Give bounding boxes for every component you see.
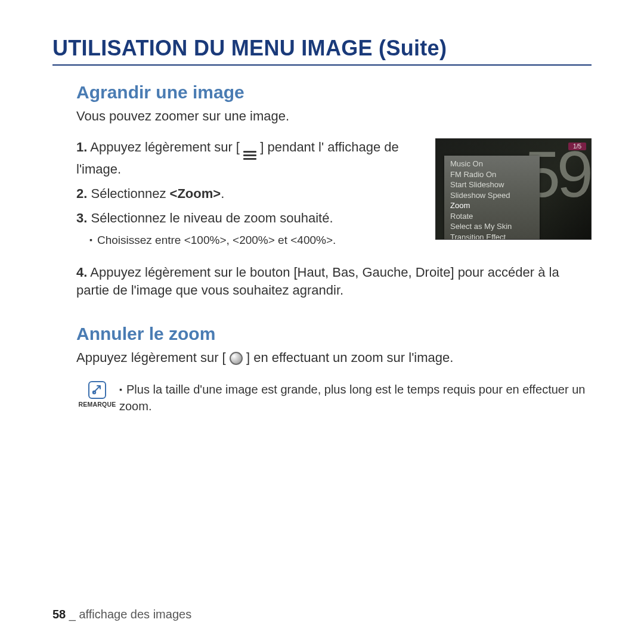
note-badge: REMARQUE bbox=[76, 381, 118, 408]
step-2-text-a: Sélectionnez bbox=[91, 186, 169, 201]
step-3: 3. Sélectionnez le niveau de zoom souhai… bbox=[76, 209, 425, 227]
page-footer: 58 _ affichage des images bbox=[52, 608, 191, 621]
step-2: 2. Sélectionnez <Zoom>. bbox=[76, 185, 425, 202]
step-1: 1. Appuyez légèrement sur [ ] pendant l'… bbox=[76, 138, 425, 178]
steps-list: 1. Appuyez légèrement sur [ ] pendant l'… bbox=[76, 138, 425, 253]
device-menu-item: FM Radio On bbox=[450, 169, 534, 180]
section-heading-cancel: Annuler le zoom bbox=[76, 324, 592, 344]
section-intro: Vous pouvez zoomer sur une image. bbox=[76, 109, 592, 124]
device-screenshot: 59 1/5 Music OnFM Radio OnStart Slidesho… bbox=[435, 138, 592, 240]
device-menu-item: Start Slideshow bbox=[450, 179, 534, 190]
step-3-bullet: Choisissez entre <100%>, <200%> et <400%… bbox=[89, 234, 425, 247]
device-menu-item: Zoom bbox=[450, 200, 534, 211]
device-menu-item: Rotate bbox=[450, 211, 534, 222]
note-text: Plus la taille d'une image est grande, p… bbox=[119, 381, 592, 414]
step-2-zoom: <Zoom> bbox=[170, 186, 221, 201]
page-title: UTILISATION DU MENU IMAGE (Suite) bbox=[52, 36, 592, 66]
cancel-zoom-line: Appuyez légèrement sur [ ] en effectuant… bbox=[76, 350, 592, 366]
page-number: 58 bbox=[52, 608, 66, 621]
step-4-bold: bouton [Haut, Bas, Gauche, Droite] bbox=[250, 265, 454, 280]
note-row: REMARQUE Plus la taille d'une image est … bbox=[76, 381, 592, 414]
step-1-text-a: Appuyez légèrement sur [ bbox=[90, 140, 240, 154]
device-menu-item: Music On bbox=[450, 159, 534, 169]
cancel-text-b: ] en effectuant un zoom sur l'image. bbox=[246, 350, 453, 365]
device-menu-item: Transition Effect bbox=[450, 232, 534, 240]
cancel-text-a: Appuyez légèrement sur [ bbox=[76, 350, 226, 365]
step-3-text: Sélectionnez le niveau de zoom souhaité. bbox=[91, 210, 333, 225]
center-button-icon bbox=[230, 352, 243, 365]
device-menu-item: Slideshow Speed bbox=[450, 190, 534, 201]
device-counter: 1/5 bbox=[568, 143, 586, 150]
note-icon bbox=[88, 381, 106, 399]
step-2-text-b: . bbox=[221, 186, 224, 201]
step-4: 4. Appuyez légèrement sur le bouton [Hau… bbox=[76, 264, 592, 301]
section-heading-enlarge: Agrandir une image bbox=[76, 82, 592, 103]
step-4-text-a: Appuyez légèrement sur le bbox=[90, 265, 250, 280]
device-menu-panel: Music OnFM Radio OnStart SlideshowSlides… bbox=[444, 156, 540, 240]
menu-icon bbox=[243, 151, 256, 160]
footer-section: _ affichage des images bbox=[66, 608, 191, 621]
note-label: REMARQUE bbox=[79, 401, 116, 408]
device-menu-item: Select as My Skin bbox=[450, 221, 534, 232]
